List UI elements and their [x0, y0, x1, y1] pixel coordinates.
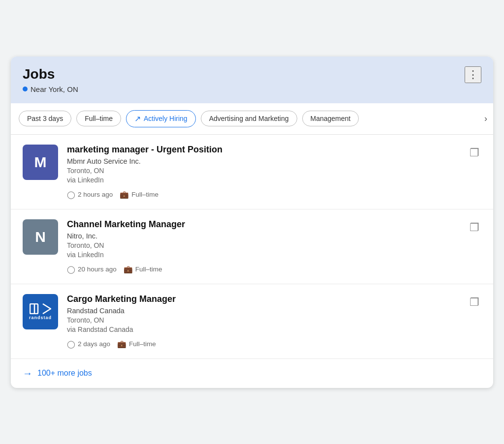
job-location: Toronto, ON [67, 241, 459, 249]
card-header: Jobs Near York, ON ⋮ [11, 57, 493, 103]
job-details-1: marketing manager - Urgent Position Mbmr… [67, 145, 459, 199]
job-type: 💼 Full–time [124, 265, 162, 274]
filter-advertising[interactable]: Advertising and Marketing [201, 111, 297, 126]
filter-past3days[interactable]: Past 3 days [19, 111, 71, 126]
job-title: Cargo Marketing Manager [67, 294, 459, 304]
randstad-text: randstad [29, 315, 52, 320]
menu-button[interactable]: ⋮ [465, 66, 481, 83]
bookmark-button[interactable]: ❐ [468, 294, 481, 311]
briefcase-icon: 💼 [124, 265, 133, 274]
briefcase-icon: 💼 [120, 190, 129, 199]
job-meta: ◯ 2 hours ago 💼 Full–time [67, 190, 459, 199]
job-location: Toronto, ON [67, 316, 459, 324]
page-title: Jobs [23, 66, 78, 82]
randstad-symbol-icon [30, 303, 51, 314]
job-type: 💼 Full–time [120, 190, 158, 199]
more-jobs-label: 100+ more jobs [37, 369, 92, 378]
trending-icon: ↗ [134, 114, 141, 123]
bookmark-button[interactable]: ❐ [468, 145, 481, 161]
job-posted: ◯ 2 days ago [67, 340, 110, 349]
job-company: Mbmr Auto Service Inc. [67, 157, 459, 165]
list-item[interactable]: N Channel Marketing Manager Nitro, Inc. … [11, 209, 493, 284]
job-company: Nitro, Inc. [67, 232, 459, 240]
clock-icon: ◯ [67, 265, 75, 274]
jobs-card: Jobs Near York, ON ⋮ Past 3 days Full–ti… [11, 57, 493, 388]
more-jobs-arrow-icon: → [23, 368, 32, 379]
job-source: via Randstad Canada [67, 326, 459, 333]
job-source: via LinkedIn [67, 251, 459, 259]
list-item[interactable]: randstad Cargo Marketing Manager Randsta… [11, 284, 493, 359]
filters-scroll-right[interactable]: › [482, 111, 489, 127]
clock-icon: ◯ [67, 340, 75, 349]
job-posted: ◯ 20 hours ago [67, 265, 117, 274]
job-location: Toronto, ON [67, 167, 459, 175]
location-label: Near York, ON [23, 85, 78, 93]
job-details-2: Channel Marketing Manager Nitro, Inc. To… [67, 219, 459, 274]
job-posted: ◯ 2 hours ago [67, 190, 113, 199]
job-meta: ◯ 20 hours ago 💼 Full–time [67, 265, 459, 274]
filter-fulltime[interactable]: Full–time [76, 111, 121, 126]
job-meta: ◯ 2 days ago 💼 Full–time [67, 340, 459, 349]
job-title: Channel Marketing Manager [67, 219, 459, 230]
briefcase-icon: 💼 [117, 340, 126, 349]
company-logo-nitro: N [23, 219, 58, 255]
company-logo-randstad: randstad [23, 294, 58, 329]
list-item[interactable]: M marketing manager - Urgent Position Mb… [11, 135, 493, 209]
bookmark-button[interactable]: ❐ [468, 219, 481, 236]
filter-management[interactable]: Management [302, 111, 359, 126]
job-type: 💼 Full–time [117, 340, 156, 349]
job-details-3: Cargo Marketing Manager Randstad Canada … [67, 294, 459, 349]
jobs-list: M marketing manager - Urgent Position Mb… [11, 135, 493, 359]
clock-icon: ◯ [67, 190, 75, 199]
more-jobs-bar[interactable]: → 100+ more jobs [11, 359, 493, 388]
company-logo-mbmr: M [23, 145, 58, 180]
header-left: Jobs Near York, ON [23, 66, 78, 93]
job-title: marketing manager - Urgent Position [67, 145, 459, 155]
job-source: via LinkedIn [67, 176, 459, 184]
filter-actively-hiring[interactable]: ↗ Actively Hiring [126, 110, 196, 127]
filters-bar: Past 3 days Full–time ↗ Actively Hiring … [11, 103, 493, 135]
job-company: Randstad Canada [67, 307, 459, 315]
location-dot-icon [23, 87, 28, 91]
